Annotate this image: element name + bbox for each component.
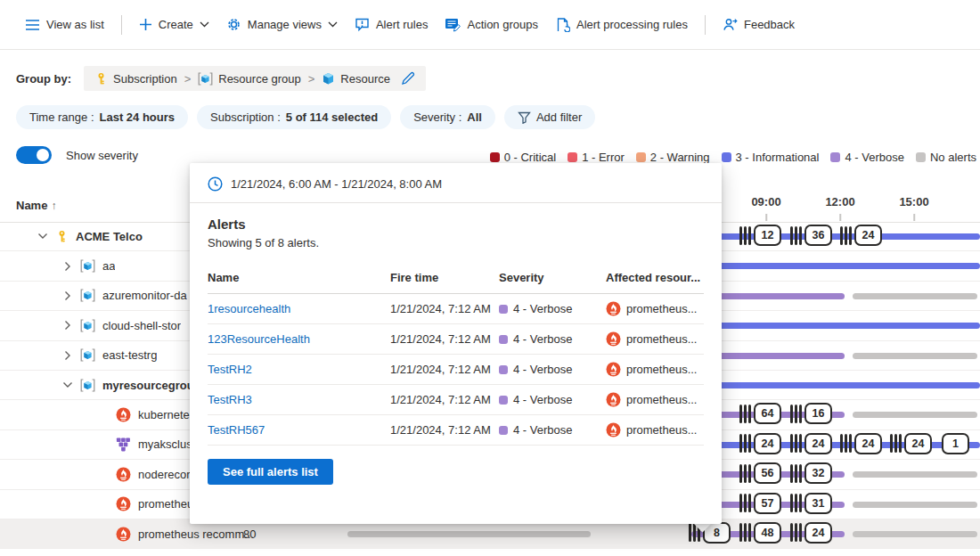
filter-value: Last 24 hours: [100, 110, 176, 124]
alert-severity: 4 - Verbose: [513, 393, 573, 406]
alert-processing-rules-button[interactable]: Alert processing rules: [555, 18, 688, 32]
legend-item: 1 - Error: [568, 151, 625, 164]
clock-icon: [208, 176, 223, 192]
badge-count: 24: [854, 433, 882, 454]
alert-count-badge[interactable]: 24: [890, 433, 932, 454]
badge-count: 31: [804, 493, 832, 514]
group-by-row: Group by: Subscription > Resource group …: [16, 66, 426, 91]
alert-count-badge[interactable]: 24: [739, 433, 781, 454]
show-severity-toggle[interactable]: [16, 146, 52, 164]
alert-name-link[interactable]: TestRH3: [208, 393, 252, 406]
alert-count-badge[interactable]: 24: [790, 522, 832, 544]
alert-severity: 4 - Verbose: [513, 423, 573, 437]
badge-stack-line: [795, 494, 797, 512]
chevron-down-icon: [328, 21, 338, 28]
affected-resource: prometheus...: [626, 302, 698, 315]
badge-stack-line: [799, 434, 802, 453]
badge-stack-line: [795, 464, 797, 483]
affected-resource: prometheus...: [626, 423, 698, 437]
legend-item: No alerts: [916, 151, 976, 164]
alert-name-link[interactable]: TestRH567: [208, 423, 265, 437]
popup-alerts-table: Name Fire time Severity Affected resour.…: [208, 261, 704, 446]
alert-count-badge[interactable]: 31: [790, 493, 832, 514]
plus-icon: [139, 18, 152, 31]
severity-swatch: [722, 152, 731, 162]
popup-header-fire-time: Fire time: [390, 271, 499, 284]
popup-title: Alerts: [190, 203, 722, 234]
badge-stack-line: [739, 226, 742, 245]
alert-count-badge[interactable]: 1: [941, 433, 969, 454]
alert-count-badge[interactable]: 32: [790, 462, 832, 484]
affected-resource: prometheus...: [626, 363, 698, 376]
timeline-bar-none: [347, 531, 591, 537]
group-by-pill[interactable]: Subscription > Resource group > Resource: [84, 66, 426, 91]
sort-ascending-icon: ↑: [51, 200, 56, 212]
edit-pencil-icon[interactable]: [401, 71, 415, 86]
badge-stack-line: [744, 464, 747, 483]
action-groups-button[interactable]: Action groups: [445, 18, 538, 32]
badge-stack-line: [795, 523, 797, 542]
badge-stack-line: [744, 405, 747, 423]
name-column-header[interactable]: Name↑: [16, 199, 56, 212]
badge-stack-line: [790, 405, 793, 423]
affected-resource: prometheus...: [626, 393, 698, 406]
legend-item: 3 - Informational: [722, 151, 820, 164]
add-filter-button[interactable]: Add filter: [504, 105, 595, 129]
time-axis-tick: [913, 214, 915, 221]
badge-stack-line: [748, 226, 751, 245]
legend-label: 3 - Informational: [736, 151, 820, 164]
badge-stack-line: [849, 226, 852, 245]
list-menu-icon: [25, 19, 40, 31]
see-full-alerts-list-button[interactable]: See full alerts list: [208, 459, 333, 485]
badge-stack-line: [739, 405, 742, 423]
manage-views-button[interactable]: Manage views: [226, 17, 338, 32]
create-button[interactable]: Create: [139, 18, 209, 31]
alert-count-badge[interactable]: 57: [739, 493, 781, 514]
legend-item: 4 - Verbose: [830, 151, 904, 164]
badge-stack-line: [790, 434, 793, 453]
badge-stack-line: [739, 494, 742, 512]
badge-stack-line: [799, 523, 802, 542]
severity-filter[interactable]: Severity : All: [400, 105, 495, 129]
view-as-list-button[interactable]: View as list: [25, 18, 104, 31]
alert-count-badge[interactable]: 56: [739, 462, 781, 484]
badge-count: 1: [942, 433, 969, 454]
badge-stack-line: [795, 434, 797, 453]
alert-rules-button[interactable]: Alert rules: [355, 18, 429, 32]
popup-time-range-row: 1/21/2024, 6:00 AM - 1/21/2024, 8:00 AM: [190, 163, 722, 202]
badge-count: 56: [754, 462, 781, 484]
affected-resource: prometheus...: [626, 332, 698, 346]
alert-name-link[interactable]: TestRH2: [208, 363, 252, 376]
popup-alert-row: 1resourcehealth 1/21/2024, 7:12 AM 4 - V…: [208, 294, 704, 324]
command-bar: View as list Create Manage views Alert r…: [0, 0, 980, 50]
alert-count-badge[interactable]: 24: [790, 433, 832, 454]
filter-label: Subscription :: [210, 110, 281, 124]
badge-count: 12: [754, 225, 781, 246]
alert-severity: 4 - Verbose: [513, 302, 573, 315]
alert-count-badge[interactable]: 16: [790, 403, 832, 424]
filter-funnel-icon: [518, 111, 531, 124]
alert-count-badge[interactable]: 24: [840, 433, 882, 454]
resource-cube-icon: [322, 72, 335, 86]
alert-count-badge[interactable]: 12: [739, 225, 781, 246]
badge-count: 24: [754, 433, 781, 454]
severity-swatch: [499, 335, 508, 344]
badge-stack-line: [744, 434, 747, 453]
alert-count-badge[interactable]: 48: [739, 522, 781, 544]
badge-stack-line: [799, 405, 802, 423]
alert-count-badge[interactable]: 64: [739, 403, 781, 424]
alert-count-badge[interactable]: 36: [790, 225, 832, 246]
badge-count: 48: [754, 522, 781, 544]
action-groups-label: Action groups: [467, 18, 538, 31]
subscription-filter[interactable]: Subscription : 5 of 114 selected: [197, 105, 391, 129]
alert-name-link[interactable]: 123ResourceHealth: [208, 332, 310, 346]
time-range-filter[interactable]: Time range : Last 24 hours: [16, 105, 188, 129]
alert-name-link[interactable]: 1resourcehealth: [208, 302, 290, 315]
legend-label: 2 - Warning: [650, 151, 710, 164]
severity-swatch: [499, 365, 508, 374]
feedback-button[interactable]: Feedback: [723, 18, 795, 31]
filter-label: Time range :: [29, 110, 94, 124]
badge-stack-line: [748, 523, 751, 542]
alert-count-badge[interactable]: 24: [840, 225, 882, 246]
popup-alert-row: TestRH2 1/21/2024, 7:12 AM 4 - Verbose p…: [208, 355, 704, 385]
